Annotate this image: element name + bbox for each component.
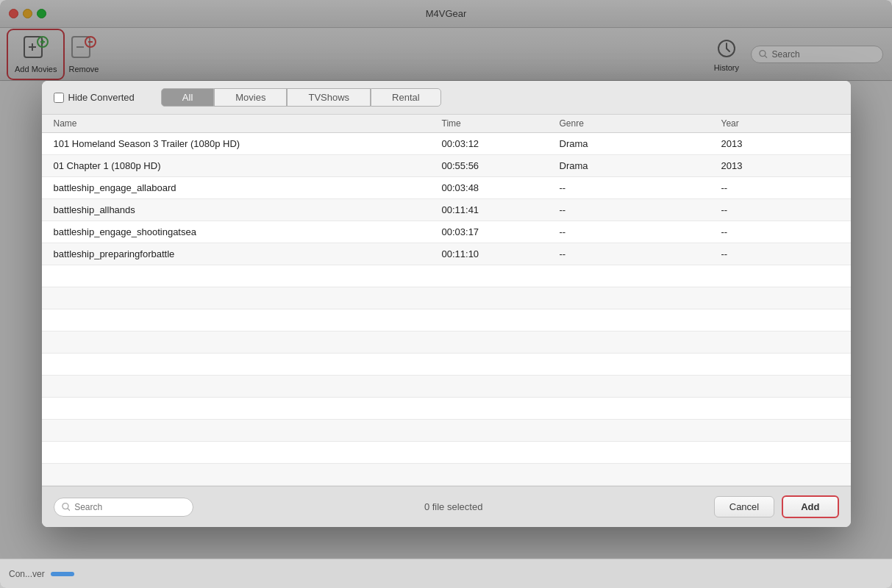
table-row-empty (42, 309, 851, 331)
cell-year: -- (721, 177, 839, 198)
cell-time: 00:03:17 (442, 221, 560, 243)
cell-genre: -- (560, 177, 721, 198)
footer-search-box[interactable] (54, 498, 193, 517)
svg-line-14 (68, 509, 70, 511)
dialog-footer: 0 file selected Cancel Add (42, 486, 851, 527)
table-row[interactable]: 01 Chapter 1 (1080p HD) 00:55:56 Drama 2… (42, 155, 851, 177)
hide-converted-row: Hide Converted (54, 92, 135, 103)
hide-converted-label: Hide Converted (68, 92, 135, 103)
app-bottom-bar: Con...ver (0, 559, 892, 588)
cell-time: 00:11:41 (442, 199, 560, 220)
cell-genre: -- (560, 199, 721, 220)
cell-time: 00:55:56 (442, 155, 560, 176)
cell-time: 00:03:12 (442, 133, 560, 154)
table-row[interactable]: battleship_engage_allaboard 00:03:48 -- … (42, 177, 851, 199)
footer-search-input[interactable] (74, 502, 185, 512)
tab-movies[interactable]: Movies (214, 88, 287, 107)
table-row-empty (42, 265, 851, 287)
cell-year: -- (721, 243, 839, 265)
cell-name: 101 Homeland Season 3 Trailer (1080p HD) (54, 133, 442, 154)
table-row-empty (42, 420, 851, 442)
col-genre: Genre (560, 115, 721, 132)
cell-time: 00:03:48 (442, 177, 560, 198)
table-row-empty (42, 287, 851, 309)
cell-genre: -- (560, 221, 721, 243)
cell-time: 00:11:10 (442, 243, 560, 265)
cell-year: -- (721, 221, 839, 243)
cell-genre: Drama (560, 133, 721, 154)
cell-genre: -- (560, 243, 721, 265)
table-row[interactable]: battleship_engage_shootingatsea 00:03:17… (42, 221, 851, 243)
file-table: 101 Homeland Season 3 Trailer (1080p HD)… (42, 133, 851, 486)
cell-year: 2013 (721, 155, 839, 176)
add-button[interactable]: Add (782, 495, 838, 518)
column-headers: Name Time Genre Year (42, 115, 851, 133)
cell-name: battleship_engage_shootingatsea (54, 221, 442, 243)
app-window: M4VGear Add Movies (0, 0, 892, 588)
tab-rental[interactable]: Rental (371, 88, 441, 107)
table-row[interactable]: battleship_preparingforbattle 00:11:10 -… (42, 243, 851, 265)
col-year: Year (721, 115, 839, 132)
tab-tvshows[interactable]: TVShows (287, 88, 371, 107)
cell-name: battleship_engage_allaboard (54, 177, 442, 198)
cell-name: battleship_preparingforbattle (54, 243, 442, 265)
col-time: Time (442, 115, 560, 132)
table-row-empty (42, 464, 851, 486)
cell-year: -- (721, 199, 839, 220)
table-row-empty (42, 398, 851, 420)
cancel-button[interactable]: Cancel (714, 496, 774, 517)
col-name: Name (54, 115, 442, 132)
app-bottom-button[interactable] (51, 572, 74, 576)
dialog-overlay: Hide Converted All Movies TVShows Rental… (0, 0, 892, 588)
cell-name: battleship_allhands (54, 199, 442, 220)
hide-converted-checkbox[interactable] (54, 93, 64, 103)
footer-buttons: Cancel Add (714, 495, 839, 518)
cell-year: 2013 (721, 133, 839, 154)
cell-genre: Drama (560, 155, 721, 176)
file-picker-dialog: Hide Converted All Movies TVShows Rental… (42, 81, 851, 527)
file-selected-label: 0 file selected (424, 501, 483, 512)
table-row[interactable]: battleship_allhands 00:11:41 -- -- (42, 199, 851, 221)
footer-search-icon (62, 502, 71, 512)
filter-bar: Hide Converted All Movies TVShows Rental (42, 81, 851, 115)
table-row-empty (42, 376, 851, 398)
table-row[interactable]: 101 Homeland Season 3 Trailer (1080p HD)… (42, 133, 851, 155)
table-row-empty (42, 331, 851, 354)
tab-all[interactable]: All (161, 88, 214, 107)
table-row-empty (42, 442, 851, 464)
cell-name: 01 Chapter 1 (1080p HD) (54, 155, 442, 176)
app-bottom-label: Con...ver (9, 569, 45, 579)
table-row-empty (42, 354, 851, 376)
filter-tabs: All Movies TVShows Rental (161, 88, 441, 107)
